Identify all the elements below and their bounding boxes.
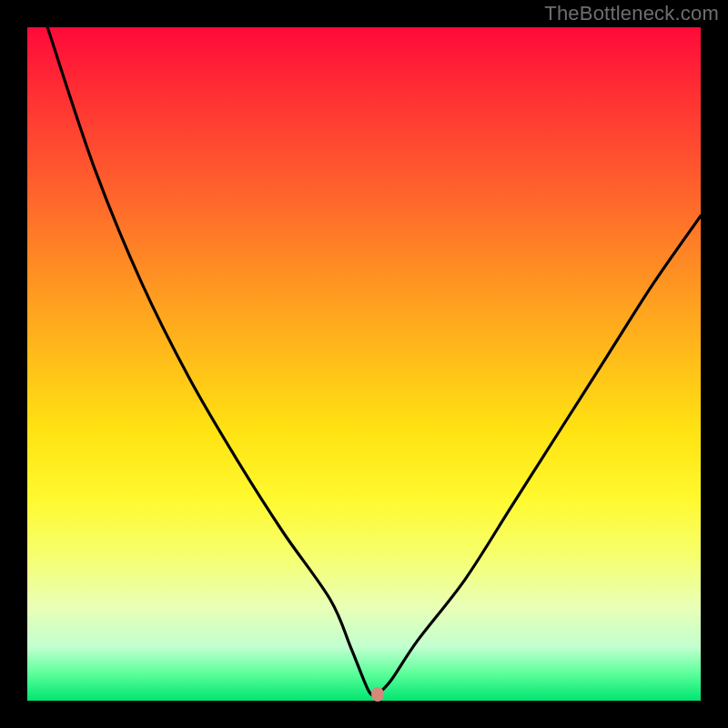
bottleneck-curve	[27, 27, 701, 701]
plot-area	[27, 27, 701, 701]
watermark-text: TheBottleneck.com	[544, 2, 719, 25]
chart-frame: TheBottleneck.com	[0, 0, 728, 728]
optimal-point-marker	[371, 687, 384, 702]
